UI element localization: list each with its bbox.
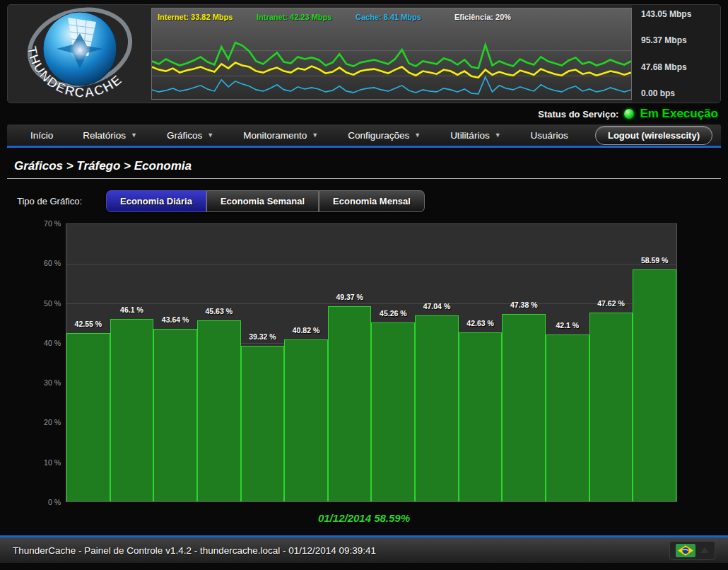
thundercache-logo-icon: THUNDERCACHE bbox=[13, 5, 147, 103]
nav-item-relatorios[interactable]: Relatórios▼ bbox=[68, 130, 152, 141]
economy-bar[interactable] bbox=[328, 306, 372, 501]
nav-item-usuarios[interactable]: Usuários bbox=[516, 130, 583, 141]
nav-item-utilitarios[interactable]: Utilitários▼ bbox=[435, 130, 515, 141]
service-status-value: Em Execução bbox=[640, 107, 718, 121]
traffic-axis-labels: 143.05 Mbps95.37 Mbps47.68 Mbps0.00 bps bbox=[632, 5, 720, 103]
legend-internet: Internet: 33.82 Mbps bbox=[158, 13, 257, 21]
main-navbar: InícioRelatórios▼Gráficos▼Monitoramento▼… bbox=[7, 124, 721, 148]
bar-value-label: 46.1 % bbox=[103, 306, 160, 314]
economy-bar[interactable] bbox=[110, 319, 154, 501]
bar-column: 42.63 % bbox=[459, 224, 503, 501]
tab-economia-diaria[interactable]: Economia Diária bbox=[106, 190, 206, 212]
traffic-axis-label: 0.00 bps bbox=[641, 88, 717, 98]
chart-type-label: Tipo de Gráfico: bbox=[17, 196, 82, 207]
traffic-legend: Internet: 33.82 MbpsIntranet: 42.23 Mbps… bbox=[152, 8, 631, 25]
bar-column: 47.38 % bbox=[502, 224, 546, 501]
economy-bar[interactable] bbox=[241, 346, 285, 501]
nav-item-label: Monitoramento bbox=[243, 130, 307, 141]
traffic-axis-label: 47.68 Mbps bbox=[641, 62, 717, 72]
y-tick-label: 20 % bbox=[0, 418, 61, 426]
bar-value-label: 40.82 % bbox=[278, 326, 334, 335]
bar-column: 45.26 % bbox=[371, 224, 415, 501]
y-tick-label: 10 % bbox=[0, 458, 61, 467]
bar-column: 58.59 % bbox=[633, 224, 676, 501]
status-green-orb-icon bbox=[624, 109, 634, 119]
bar-value-label: 43.64 % bbox=[147, 315, 204, 324]
bar-column: 46.1 % bbox=[110, 224, 154, 501]
nav-item-label: Gráficos bbox=[167, 130, 202, 141]
chart-type-row: Tipo de Gráfico: Economia DiáriaEconomia… bbox=[17, 190, 728, 212]
y-tick-label: 50 % bbox=[0, 299, 61, 308]
nav-item-configuracoes[interactable]: Configurações▼ bbox=[333, 130, 435, 141]
bar-column: 42.55 % bbox=[66, 224, 110, 501]
bar-column: 45.63 % bbox=[197, 224, 241, 501]
chevron-down-icon: ▼ bbox=[312, 132, 318, 139]
nav-item-label: Usuários bbox=[531, 130, 568, 141]
thundercache-logo: THUNDERCACHE bbox=[8, 5, 151, 103]
bars-container: 42.55 %46.1 %43.64 %45.63 %39.32 %40.82 … bbox=[66, 224, 676, 501]
nav-item-monitoramento[interactable]: Monitoramento▼ bbox=[228, 130, 333, 141]
footer-bar: ThunderCache - Painel de Controle v1.4.2… bbox=[0, 535, 728, 563]
bar-value-label: 47.62 % bbox=[582, 299, 639, 308]
footer-text: ThunderCache - Painel de Controle v1.4.2… bbox=[13, 545, 376, 556]
chevron-up-icon bbox=[700, 547, 709, 553]
economy-bar[interactable] bbox=[415, 315, 459, 501]
bar-value-label: 47.04 % bbox=[409, 302, 465, 310]
economy-bar[interactable] bbox=[66, 333, 110, 501]
economy-bar[interactable] bbox=[153, 329, 197, 501]
bar-value-label: 42.1 % bbox=[539, 321, 596, 330]
traffic-axis-label: 143.05 Mbps bbox=[641, 9, 717, 19]
y-tick-label: 40 % bbox=[0, 339, 61, 347]
economy-bar[interactable] bbox=[589, 313, 633, 501]
bar-value-label: 42.55 % bbox=[60, 320, 117, 328]
bar-value-label: 42.63 % bbox=[452, 319, 509, 327]
chart-plot-area: 42.55 %46.1 %43.64 %45.63 %39.32 %40.82 … bbox=[66, 223, 677, 502]
tab-economia-mensal[interactable]: Economia Mensal bbox=[319, 190, 425, 212]
brazil-flag-icon bbox=[676, 544, 695, 557]
bar-column: 47.62 % bbox=[589, 224, 633, 501]
nav-item-graficos[interactable]: Gráficos▼ bbox=[152, 130, 228, 141]
nav-item-label: Configurações bbox=[348, 130, 409, 141]
bar-column: 47.04 % bbox=[415, 224, 459, 501]
economy-bar[interactable] bbox=[459, 332, 503, 501]
bar-value-label: 45.63 % bbox=[191, 307, 247, 315]
header-panel: THUNDERCACHE Internet: 33.82 MbpsIntrane… bbox=[7, 4, 721, 103]
bar-column: 49.37 % bbox=[328, 224, 372, 501]
chevron-down-icon: ▼ bbox=[207, 132, 213, 139]
nav-item-label: Relatórios bbox=[83, 130, 126, 141]
economy-bar-chart: 70 %60 %50 %40 %30 %20 %10 %0 % 42.55 %4… bbox=[0, 223, 728, 502]
nav-item-label: Início bbox=[30, 130, 53, 141]
y-tick-label: 30 % bbox=[0, 378, 61, 387]
chart-caption: 01/12/2014 58.59% bbox=[0, 512, 728, 524]
legend-intranet: Intranet: 42.23 Mbps bbox=[257, 13, 356, 21]
traffic-series-cache bbox=[152, 77, 631, 94]
chart-type-tabs: Economia DiáriaEconomia SemanalEconomia … bbox=[106, 190, 425, 212]
breadcrumb-divider: Gráficos > Tráfego > Economia bbox=[7, 155, 721, 179]
y-tick-label: 0 % bbox=[0, 498, 61, 506]
service-status-label: Status do Serviço: bbox=[538, 109, 618, 120]
bar-value-label: 47.38 % bbox=[495, 301, 552, 309]
breadcrumb: Gráficos > Tráfego > Economia bbox=[14, 159, 714, 173]
realtime-traffic-graph: Internet: 33.82 MbpsIntranet: 42.23 Mbps… bbox=[151, 8, 632, 100]
chevron-down-icon: ▼ bbox=[414, 132, 421, 139]
bar-column: 39.32 % bbox=[241, 224, 285, 501]
bar-value-label: 58.59 % bbox=[626, 256, 683, 264]
legend-cache: Cache: 8.41 Mbps bbox=[356, 13, 454, 21]
traffic-axis-label: 95.37 Mbps bbox=[641, 35, 717, 45]
tab-economia-semanal[interactable]: Economia Semanal bbox=[206, 190, 319, 212]
bar-column: 40.82 % bbox=[284, 224, 328, 501]
y-tick-label: 60 % bbox=[0, 259, 61, 267]
language-selector[interactable] bbox=[669, 541, 715, 560]
economy-bar[interactable] bbox=[371, 322, 415, 501]
economy-bar[interactable] bbox=[502, 314, 546, 501]
y-tick-label: 70 % bbox=[0, 219, 61, 228]
economy-bar[interactable] bbox=[633, 269, 676, 501]
logout-button[interactable]: Logout (wirelesscity) bbox=[595, 126, 712, 145]
bar-column: 42.1 % bbox=[546, 224, 589, 501]
economy-bar[interactable] bbox=[546, 335, 589, 501]
traffic-line-chart bbox=[152, 25, 631, 101]
economy-bar[interactable] bbox=[197, 320, 241, 501]
bar-value-label: 49.37 % bbox=[322, 293, 378, 301]
nav-item-inicio[interactable]: Início bbox=[16, 130, 68, 141]
economy-bar[interactable] bbox=[284, 339, 328, 501]
